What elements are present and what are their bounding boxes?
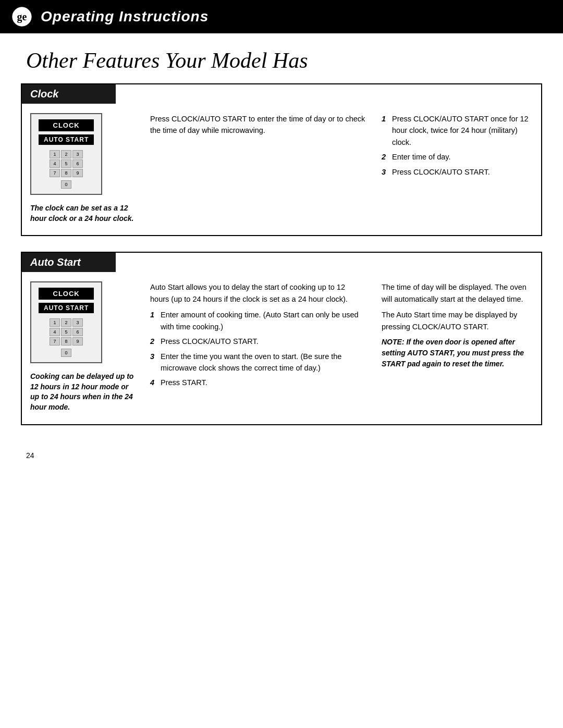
- clock-step-2: 2 Enter time of day.: [382, 151, 533, 163]
- clock-step-1: 1 Press CLOCK/AUTO START once for 12 hou…: [382, 113, 533, 148]
- autostart-step-4: 4 Press START.: [150, 377, 366, 388]
- autostart-section-body: CLOCK AUTO START 1 2 3 4 5 6 7 8 9 0: [22, 272, 541, 424]
- autostart-right-note: NOTE: If the oven door is opened after s…: [382, 337, 533, 369]
- key-5: 5: [61, 159, 71, 168]
- clock-btn-line1: CLOCK: [39, 119, 94, 131]
- autostart-btn-line1: CLOCK: [39, 288, 94, 300]
- clock-section-label: Clock: [22, 84, 116, 104]
- logo-icon: ge: [10, 5, 33, 28]
- header-title: Operating Instructions: [41, 8, 209, 25]
- autostart-numpad: 1 2 3 4 5 6 7 8 9: [50, 318, 83, 346]
- autostart-step-1: 1 Enter amount of cooking time. (Auto St…: [150, 309, 366, 332]
- key-2: 2: [61, 150, 71, 158]
- autostart-mid-col: Auto Start allows you to delay the start…: [145, 281, 376, 392]
- clock-step-3: 3 Press CLOCK/AUTO START.: [382, 166, 533, 178]
- key-0: 0: [61, 180, 71, 189]
- clock-left-col: CLOCK AUTO START 1 2 3 4 5 6 7 8 9 0: [30, 113, 145, 224]
- key-8: 8: [61, 169, 71, 177]
- as-key-7: 7: [50, 337, 60, 346]
- as-key-0: 0: [61, 349, 71, 357]
- key-9: 9: [72, 169, 83, 177]
- autostart-step-3: 3 Enter the time you want the oven to st…: [150, 351, 366, 374]
- as-key-1: 1: [50, 318, 60, 327]
- clock-button-graphic: CLOCK AUTO START 1 2 3 4 5 6 7 8 9 0: [30, 113, 102, 195]
- key-3: 3: [72, 150, 83, 158]
- autostart-right-intro1: The time of day will be displayed. The o…: [382, 281, 533, 305]
- key-1: 1: [50, 150, 60, 158]
- clock-section: Clock CLOCK AUTO START 1 2 3 4 5 6 7 8 9: [21, 83, 542, 236]
- clock-left-note: The clock can be set as a 12 hour clock …: [30, 203, 136, 224]
- key-6: 6: [72, 159, 83, 168]
- clock-right-col: 1 Press CLOCK/AUTO START once for 12 hou…: [376, 113, 533, 181]
- as-key-9: 9: [72, 337, 83, 346]
- autostart-section-label: Auto Start: [22, 253, 116, 272]
- page-number: 24: [0, 441, 563, 470]
- autostart-right-col: The time of day will be displayed. The o…: [376, 281, 533, 374]
- as-key-5: 5: [61, 328, 71, 336]
- header-bar: ge Operating Instructions: [0, 0, 563, 33]
- autostart-right-intro2: The Auto Start time may be displayed by …: [382, 309, 533, 332]
- autostart-btn-line2: AUTO START: [39, 303, 94, 313]
- key-4: 4: [50, 159, 60, 168]
- clock-mid-intro: Press CLOCK/AUTO START to enter the time…: [150, 113, 366, 137]
- autostart-mid-steps: 1 Enter amount of cooking time. (Auto St…: [150, 309, 366, 389]
- page-title: Other Features Your Model Has: [0, 33, 563, 83]
- clock-mid-col: Press CLOCK/AUTO START to enter the time…: [145, 113, 376, 141]
- autostart-left-note: Cooking can be delayed up to 12 hours in…: [30, 372, 136, 412]
- as-key-3: 3: [72, 318, 83, 327]
- autostart-mid-intro: Auto Start allows you to delay the start…: [150, 281, 366, 305]
- autostart-button-graphic: CLOCK AUTO START 1 2 3 4 5 6 7 8 9 0: [30, 281, 102, 363]
- key-7: 7: [50, 169, 60, 177]
- as-key-2: 2: [61, 318, 71, 327]
- clock-numpad: 1 2 3 4 5 6 7 8 9: [50, 150, 83, 177]
- svg-text:ge: ge: [17, 11, 27, 23]
- clock-section-body: CLOCK AUTO START 1 2 3 4 5 6 7 8 9 0: [22, 104, 541, 235]
- autostart-step-2: 2 Press CLOCK/AUTO START.: [150, 336, 366, 347]
- clock-btn-line2: AUTO START: [39, 134, 94, 145]
- clock-right-steps: 1 Press CLOCK/AUTO START once for 12 hou…: [382, 113, 533, 178]
- autostart-left-col: CLOCK AUTO START 1 2 3 4 5 6 7 8 9 0: [30, 281, 145, 412]
- as-key-8: 8: [61, 337, 71, 346]
- as-key-4: 4: [50, 328, 60, 336]
- as-key-6: 6: [72, 328, 83, 336]
- autostart-section: Auto Start CLOCK AUTO START 1 2 3 4 5 6 …: [21, 252, 542, 425]
